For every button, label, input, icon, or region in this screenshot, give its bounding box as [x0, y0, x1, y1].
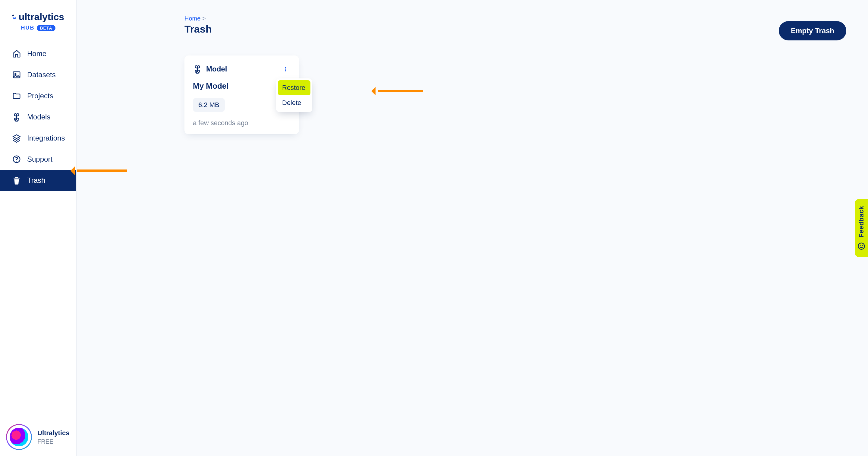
svg-point-10 — [862, 245, 863, 246]
command-icon — [12, 113, 21, 121]
brand-sub: HUB — [21, 25, 34, 31]
sidebar-nav: Home Datasets Projects Models — [0, 43, 76, 191]
svg-point-4 — [16, 161, 17, 162]
feedback-label: Feedback — [858, 206, 865, 238]
menu-restore[interactable]: Restore — [278, 80, 310, 95]
svg-point-0 — [12, 15, 14, 16]
brand-logo: ultralytics — [12, 11, 64, 23]
svg-point-5 — [285, 67, 286, 68]
trash-icon — [12, 176, 21, 185]
smile-icon — [857, 242, 866, 250]
breadcrumb-sep: > — [202, 15, 206, 22]
sidebar-item-home[interactable]: Home — [0, 43, 76, 64]
sidebar-item-label: Integrations — [27, 134, 65, 142]
sidebar-item-label: Datasets — [27, 70, 56, 79]
empty-trash-button[interactable]: Empty Trash — [779, 21, 846, 40]
trash-card: Model My Model 6.2 MB a few seconds ago … — [184, 56, 299, 134]
annotation-arrow-trash — [77, 170, 127, 172]
svg-point-7 — [285, 70, 286, 72]
page-title: Trash — [184, 23, 844, 35]
brand-mark-icon — [12, 11, 16, 23]
sidebar-item-projects[interactable]: Projects — [0, 85, 76, 107]
svg-point-2 — [15, 74, 16, 75]
brand-name: ultralytics — [19, 11, 64, 23]
sidebar-item-integrations[interactable]: Integrations — [0, 127, 76, 149]
sidebar: ultralytics HUB BETA Home Datasets — [0, 0, 76, 456]
sidebar-user[interactable]: Ultralytics FREE — [0, 424, 76, 450]
brand-beta-badge: BETA — [37, 25, 55, 31]
sidebar-item-label: Support — [27, 155, 53, 164]
sidebar-item-trash[interactable]: Trash — [0, 170, 76, 191]
card-context-menu: Restore Delete — [276, 78, 312, 112]
user-meta: Ultralytics FREE — [37, 429, 69, 445]
folder-icon — [12, 91, 21, 101]
card-menu-button[interactable] — [280, 64, 290, 74]
breadcrumb-home[interactable]: Home — [184, 15, 200, 22]
sidebar-item-label: Home — [27, 50, 46, 58]
sidebar-item-label: Trash — [27, 176, 45, 184]
card-type-label: Model — [206, 65, 227, 73]
home-icon — [12, 49, 21, 58]
sidebar-item-support[interactable]: Support — [0, 149, 76, 170]
user-plan: FREE — [37, 438, 69, 445]
sidebar-item-label: Models — [27, 113, 50, 121]
feedback-tab[interactable]: Feedback — [855, 199, 868, 257]
image-icon — [12, 70, 21, 79]
avatar — [6, 424, 32, 450]
brand-block: ultralytics HUB BETA — [0, 0, 76, 38]
breadcrumb: Home > — [184, 15, 844, 22]
svg-point-9 — [860, 245, 861, 246]
svg-point-8 — [858, 243, 865, 249]
header-actions: Empty Trash — [779, 21, 846, 40]
sidebar-item-datasets[interactable]: Datasets — [0, 64, 76, 85]
brand-subline: HUB BETA — [12, 25, 64, 31]
menu-delete[interactable]: Delete — [278, 95, 310, 110]
trash-cards: Model My Model 6.2 MB a few seconds ago … — [184, 56, 844, 134]
annotation-arrow-restore — [378, 90, 423, 92]
help-circle-icon — [12, 155, 21, 164]
sidebar-item-label: Projects — [27, 92, 53, 100]
sidebar-item-models[interactable]: Models — [0, 107, 76, 127]
main-content: Home > Trash Empty Trash Model — [76, 0, 868, 456]
command-icon — [193, 64, 202, 74]
card-time: a few seconds ago — [193, 119, 290, 127]
user-name: Ultralytics — [37, 429, 69, 437]
svg-point-6 — [285, 68, 286, 70]
card-size-pill: 6.2 MB — [193, 98, 225, 112]
layers-icon — [12, 134, 21, 143]
